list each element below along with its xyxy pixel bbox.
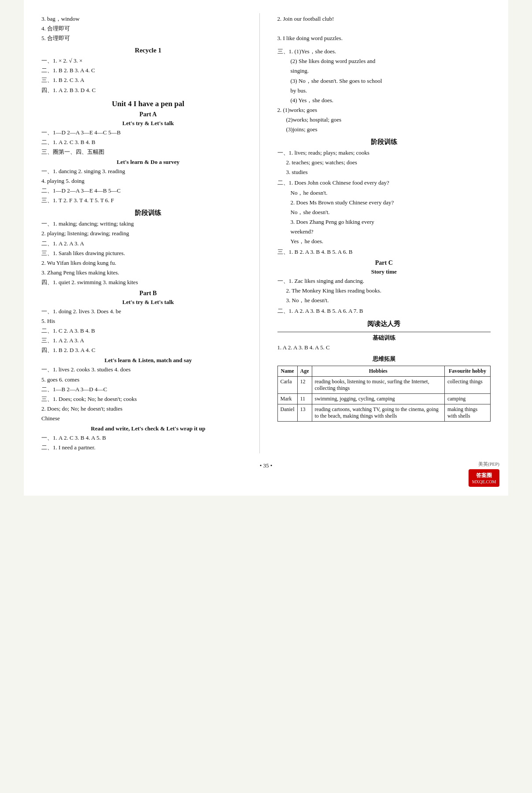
row2-name: Mark xyxy=(277,393,297,404)
lets-try-talk-title-1: Let's try & Let's talk xyxy=(41,120,255,127)
san-1-title: 三、1. (1)Yes，she does. xyxy=(277,47,491,56)
er2-item-2: No，he doesn't. xyxy=(291,188,491,198)
row1-age: 12 xyxy=(297,376,312,393)
recycle-item-4: 四、1. A 2. B 3. D 4. C xyxy=(41,85,255,95)
table-row: Daniel 13 reading cartoons, watching TV,… xyxy=(277,404,491,421)
er2-item-1: 二、1. Does John cook Chinese food every d… xyxy=(277,178,491,188)
lll-item-2: 5. goes 6. comes xyxy=(41,375,255,385)
right-column: 2. Join our football club! 3. I like doi… xyxy=(273,13,491,453)
lll-item-3: 二、1—B 2—A 3—D 4—C xyxy=(41,385,255,394)
read-write-items: 一、1. A 2. C 3. B 4. A 5. B 二、1. I need a… xyxy=(41,433,255,452)
lets-learn-do-items: 一、1. dancing 2. singing 3. reading 4. pl… xyxy=(41,167,255,205)
table-header-favourite: Favourite hobby xyxy=(444,366,490,376)
jdxl2-item-3: 3. studies xyxy=(286,167,491,177)
top-item-2: 4. 合理即可 xyxy=(41,24,255,33)
row2-hobbies: swimming, jogging, cycling, camping xyxy=(312,393,444,404)
lll-item-5: 2. Does; do; No; he doesn't; studies xyxy=(41,404,255,414)
unit-title: Unit 4 I have a pen pal xyxy=(41,100,255,108)
row2-age: 11 xyxy=(297,393,312,404)
jdxl-item-5: 2. Wu Yifan likes doing kung fu. xyxy=(41,258,255,268)
er-3-items: 二、1. A 2. A 3. B 4. B 5. A 6. A 7. B xyxy=(277,306,491,316)
san-1-item-4: by bus. xyxy=(291,86,491,96)
er-item-3: (3)joins; goes xyxy=(286,125,491,134)
jdxl-item-3: 二、1. A 2. A 3. A xyxy=(41,239,255,248)
jichu-items: 1. A 2. A 3. B 4. A 5. C xyxy=(277,343,491,352)
jdxl-2-items: 一、1. lives; reads; plays; makes; cooks 2… xyxy=(277,148,491,177)
read-write-title: Read and write, Let's check & Let's wrap… xyxy=(41,425,255,432)
two-column-layout: 3. bag，window 4. 合理即可 5. 合理即可 Recycle 1 … xyxy=(41,13,491,453)
table-header-hobbies: Hobbies xyxy=(312,366,444,376)
row3-name: Daniel xyxy=(277,404,297,421)
er3-item-1: 二、1. A 2. A 3. B 4. B 5. A 6. A 7. B xyxy=(277,306,491,316)
rw-item-1: 一、1. A 2. C 3. B 4. A 5. B xyxy=(41,433,255,443)
row3-favourite: making things with shells xyxy=(444,404,490,421)
story-time-title: Story time xyxy=(277,268,491,275)
jdxl2-item-2: 2. teaches; goes; watches; does xyxy=(286,158,491,167)
san-1-item-1: (2) She likes doing word puzzles and xyxy=(291,56,491,66)
san-1-item-5: (4) Yes，she does. xyxy=(291,96,491,105)
lets-try-talk-2-items: 一、1. doing 2. lives 3. Does 4. be 5. His… xyxy=(41,307,255,355)
top-items: 3. bag，window 4. 合理即可 5. 合理即可 xyxy=(41,14,255,43)
part-b-title: Part B xyxy=(41,290,255,297)
san-1-item-2: singing. xyxy=(291,66,491,76)
lets-learn-listen-title: Let's learn & Listen, match and say xyxy=(41,357,255,364)
mxqe-logo: 答案圈 MXQE.COM xyxy=(469,469,499,487)
jdxl-item-7: 四、1. quiet 2. swimming 3. making kites xyxy=(41,278,255,287)
lets-learn-do-item-4: 三、1. T 2. F 3. T 4. T 5. T 6. F xyxy=(41,196,255,205)
lets-try-talk-item-2: 二、1. A 2. C 3. B 4. B xyxy=(41,137,255,147)
lets-try-talk-items: 一、1—D 2—A 3—E 4—C 5—B 二、1. A 2. C 3. B 4… xyxy=(41,128,255,157)
row1-favourite: collecting things xyxy=(444,376,490,393)
right-top-2: 3. I like doing word puzzles. xyxy=(277,33,491,43)
table-row: Carla 12 reading books, listening to mus… xyxy=(277,376,491,393)
table-header-age: Age xyxy=(297,366,312,376)
right-top-1: 2. Join our football club! xyxy=(277,14,491,24)
lets-try-talk-item-1: 一、1—D 2—A 3—E 4—C 5—B xyxy=(41,128,255,137)
st-item-2: 2. The Monkey King likes reading books. xyxy=(286,286,491,296)
recycle-item-3: 三、1. B 2. C 3. A xyxy=(41,75,255,85)
ltt2-item-1: 一、1. doing 2. lives 3. Does 4. be xyxy=(41,307,255,316)
jdxl-item-6: 3. Zhang Peng likes making kites. xyxy=(41,268,255,278)
top-item-3: 5. 合理即可 xyxy=(41,33,255,43)
er2-item-3: 2. Does Ms Brown study Chinese every day… xyxy=(291,198,491,208)
er-2-items: 二、1. Does John cook Chinese food every d… xyxy=(277,178,491,246)
hobby-table: Name Age Hobbies Favourite hobby Carla 1… xyxy=(277,366,491,422)
jieduanxunlian-title-1: 阶段训练 xyxy=(41,209,255,217)
logo-bottom-text: MXQE.COM xyxy=(472,479,496,484)
lets-try-talk-item-3: 三、圈第一、四、五幅图 xyxy=(41,147,255,157)
san-1-item-3: (3) No，she doesn't. She goes to school xyxy=(291,76,491,86)
brand-label: 美英(PEP) xyxy=(478,461,499,467)
siwei-title: 思维拓展 xyxy=(277,355,491,363)
er2-item-4: No，she doesn't. xyxy=(291,208,491,217)
table-row: Mark 11 swimming, jogging, cycling, camp… xyxy=(277,393,491,404)
lll-item-6: Chinese xyxy=(41,414,255,423)
san-2-items: 三、1. B 2. A 3. B 4. B 5. A 6. B xyxy=(277,247,491,257)
er2-item-5: 3. Does Zhang Peng go hiking every xyxy=(291,217,491,227)
st-item-1: 一、1. Zac likes singing and dancing. xyxy=(277,276,491,286)
san-1-block: 三、1. (1)Yes，she does. (2) She likes doin… xyxy=(277,47,491,134)
recycle-items: 一、1. × 2. √ 3. × 二、1. B 2. B 3. A 4. C 三… xyxy=(41,56,255,95)
ltt2-item-2: 5. His xyxy=(41,316,255,326)
jdxl2-item-1: 一、1. lives; reads; plays; makes; cooks xyxy=(277,148,491,158)
recycle-item-1: 一、1. × 2. √ 3. × xyxy=(41,56,255,66)
ltt2-item-4: 三、1. A 2. A 3. A xyxy=(41,336,255,345)
lets-learn-do-item-3: 二、1—D 2—A 3—E 4—B 5—C xyxy=(41,186,255,196)
logo-top-text: 答案圈 xyxy=(476,472,492,479)
rw-item-2: 二、1. I need a partner. xyxy=(41,443,255,452)
jdxl-item-2: 2. playing; listening; drawing; reading xyxy=(41,229,255,238)
row3-age: 13 xyxy=(297,404,312,421)
st-item-3: 3. No，he doesn't. xyxy=(286,296,491,305)
lets-learn-do-item-1: 一、1. dancing 2. singing 3. reading xyxy=(41,167,255,176)
lets-learn-do-item-2: 4. playing 5. doing xyxy=(41,176,255,186)
jichu-title: 基础训练 xyxy=(277,334,491,342)
jdxl-item-4: 三、1. Sarah likes drawing pictures. xyxy=(41,248,255,258)
right-top-items: 2. Join our football club! 3. I like doi… xyxy=(277,14,491,43)
jieduanxunlian-items-1: 一、1. making; dancing; writing; taking 2.… xyxy=(41,219,255,287)
er2-item-6: weekend? xyxy=(291,227,491,237)
row3-hobbies: reading cartoons, watching TV, going to … xyxy=(312,404,444,421)
recycle-title: Recycle 1 xyxy=(41,47,255,54)
top-item-1: 3. bag，window xyxy=(41,14,255,24)
er-item-2: (2)works; hospital; goes xyxy=(286,115,491,125)
lets-learn-listen-items: 一、1. lives 2. cooks 3. studies 4. does 5… xyxy=(41,365,255,423)
yuedu-title: 阅读达人秀 xyxy=(277,320,491,328)
row1-name: Carla xyxy=(277,376,297,393)
